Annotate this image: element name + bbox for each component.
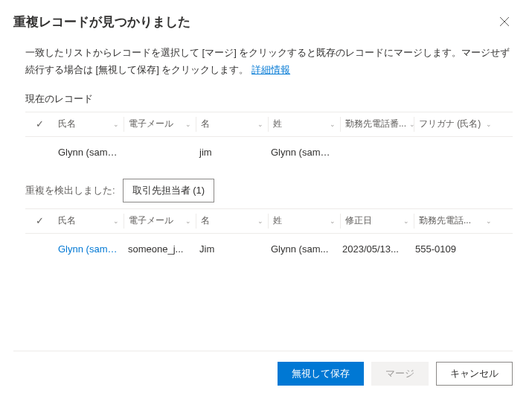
current-record-table: ✓ 氏名⌄ 電子メール⌄ 名⌄ 姓⌄ 勤務先電話番...⌄ フリガナ (氏名)⌄… [25,112,513,168]
column-name[interactable]: 氏名⌄ [54,214,124,227]
chevron-down-icon: ⌄ [113,217,119,225]
check-icon: ✓ [36,215,44,226]
cell-last: Glynn (sam... [266,243,338,255]
column-check[interactable]: ✓ [25,215,54,226]
chevron-down-icon: ⌄ [330,121,336,128]
chevron-down-icon: ⌄ [257,217,263,225]
duplicates-detected-label: 重複を検出しました: [25,184,115,197]
cell-last: Glynn (samp... [266,147,338,158]
chevron-down-icon: ⌄ [257,121,263,128]
table-row[interactable]: Glynn (sample) J someone_j... Jim Glynn … [25,234,513,265]
dialog-title: 重複レコードが見つかりました [13,13,190,31]
duplicates-table: ✓ 氏名⌄ 電子メール⌄ 名⌄ 姓⌄ 修正日⌄ 勤務先電話...⌄ Glynn … [25,208,513,265]
chevron-down-icon: ⌄ [113,121,119,128]
chevron-down-icon: ⌄ [403,217,409,225]
chevron-down-icon: ⌄ [486,121,492,128]
column-phone[interactable]: 勤務先電話番...⌄ [341,118,414,130]
chevron-down-icon: ⌄ [185,217,191,225]
column-furigana[interactable]: フリガナ (氏名)⌄ [414,118,496,130]
more-info-link[interactable]: 詳細情報 [251,64,290,75]
column-email[interactable]: 電子メール⌄ [124,214,196,227]
chevron-down-icon: ⌄ [330,217,336,225]
current-record-label: 現在のレコード [25,92,513,106]
close-icon[interactable] [496,13,513,32]
cell-phone: 555-0109 [411,243,493,255]
column-modified[interactable]: 修正日⌄ [341,214,414,227]
cell-name-link[interactable]: Glynn (sample) J [54,243,124,255]
cell-name: Glynn (samp... [54,147,124,158]
column-first[interactable]: 名⌄ [196,214,268,227]
column-phone[interactable]: 勤務先電話...⌄ [414,214,496,227]
column-name[interactable]: 氏名⌄ [54,118,124,130]
column-email[interactable]: 電子メール⌄ [124,118,196,130]
cancel-button[interactable]: キャンセル [436,362,513,386]
check-icon: ✓ [36,118,44,130]
chevron-down-icon: ⌄ [185,121,191,128]
cell-first: jim [195,147,266,158]
cell-email: someone_j... [124,243,195,255]
column-first[interactable]: 名⌄ [196,118,268,130]
column-last[interactable]: 姓⌄ [269,118,340,130]
duplicates-tab[interactable]: 取引先担当者 (1) [123,179,215,202]
chevron-down-icon: ⌄ [486,217,492,225]
dialog-description: 一致したリストからレコードを選択して [マージ] をクリックすると既存のレコード… [25,44,513,79]
ignore-save-button[interactable]: 無視して保存 [278,362,364,386]
cell-first: Jim [195,243,266,255]
dialog-footer: 無視して保存 マージ キャンセル [13,351,513,386]
merge-button[interactable]: マージ [371,362,429,386]
cell-modified: 2023/05/13... [338,243,411,255]
table-row[interactable]: Glynn (samp... jim Glynn (samp... [25,137,513,168]
column-last[interactable]: 姓⌄ [269,214,340,227]
column-check[interactable]: ✓ [25,118,54,130]
